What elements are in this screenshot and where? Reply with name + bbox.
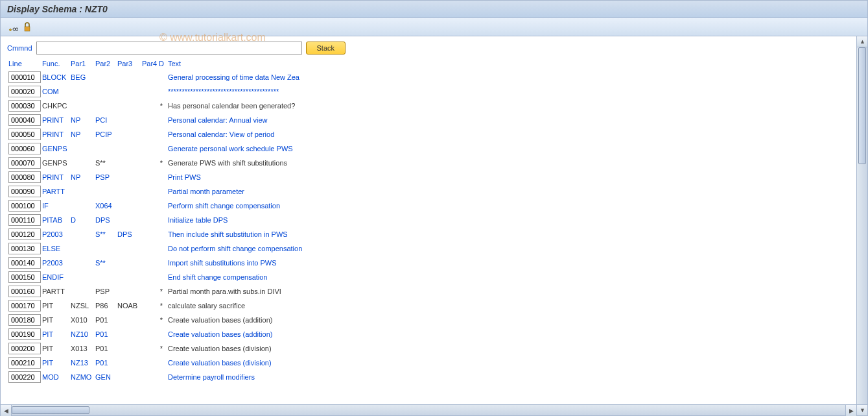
par2-cell: P86 [95,302,117,310]
line-number-input[interactable] [8,271,41,283]
svg-point-1 [16,28,18,31]
line-number-input[interactable] [8,343,41,354]
text-cell: Partial month parameter [167,188,850,195]
line-number-input[interactable] [8,371,41,383]
vertical-scroll-thumb[interactable] [858,47,866,164]
line-number-input[interactable] [8,143,41,154]
func-cell: ENDIF [42,273,71,281]
line-number-input[interactable] [8,186,41,197]
line-number-input[interactable] [8,71,41,83]
schema-row: PRINTNPPCIPersonal calendar: Annual view [7,113,850,127]
par1-cell: D [71,216,95,224]
schema-row: PITABDDPSInitialize table DPS [7,213,850,227]
stack-button[interactable]: Stack [306,42,346,55]
text-cell: Generate PWS with shift substitutions [167,159,850,167]
scroll-down-arrow-icon[interactable]: ▼ [857,404,867,415]
line-number-input[interactable] [8,86,41,97]
schema-row: MODNZMOGENDetermine payroll modifiers [7,370,850,384]
line-number-input[interactable] [8,228,41,240]
par2-cell: DPS [95,216,117,224]
main-content: Cmmnd Stack Line Func. Par1 Par2 Par3 Pa… [1,36,856,415]
vertical-scrollbar[interactable]: ▲ ▼ [856,36,867,415]
func-cell: PARTT [42,188,71,195]
text-cell: Determine payroll modifiers [167,373,850,381]
par1-cell: NZSL [71,302,95,310]
text-cell: Personal calendar: View of period [167,130,850,138]
par1-cell: NZMO [71,373,95,381]
line-number-input[interactable] [8,200,41,212]
line-number-input[interactable] [8,300,41,312]
schema-row: PRINTNPPSPPrint PWS [7,170,850,184]
text-cell: Create valuation bases (addition) [167,330,850,338]
par2-cell: P01 [95,359,117,367]
d-cell: * [156,159,167,167]
func-cell: GENPS [42,145,71,153]
header-d: D [156,60,167,67]
line-number-input[interactable] [8,171,41,183]
line-number-input[interactable] [8,157,41,169]
horizontal-scroll-thumb[interactable] [12,406,89,414]
schema-row: ELSEDo not perform shift change compensa… [7,241,850,256]
func-cell: P2003 [42,259,71,267]
title-bar: Display Schema : NZT0 [1,1,867,18]
text-cell: Partial month para.with subs.in DIVI [167,288,850,295]
par1-cell: NP [71,116,95,124]
line-number-input[interactable] [8,114,41,126]
header-par4: Par4 [142,60,156,67]
column-headers: Line Func. Par1 Par2 Par3 Par4 D Text [7,58,850,69]
text-cell: Do not perform shift change compensation [167,245,850,252]
svg-point-0 [13,28,16,31]
par1-cell: NP [71,173,95,181]
scroll-right-arrow-icon[interactable]: ▶ [845,405,856,416]
header-line: Line [7,60,42,67]
d-cell: * [156,288,167,295]
schema-row: IFX064Perform shift change compensation [7,199,850,213]
line-number-input[interactable] [8,328,41,340]
line-number-input[interactable] [8,128,41,140]
line-number-input[interactable] [8,286,41,297]
line-number-input[interactable] [8,214,41,226]
par2-cell: P01 [95,330,117,338]
text-cell: calculate salary sacrifice [167,302,850,310]
line-number-input[interactable] [8,243,41,254]
text-cell: General processing of time data New Zea [167,73,850,81]
line-number-input[interactable] [8,357,41,369]
par2-cell: S** [95,259,117,267]
toolbar [1,18,867,36]
func-cell: PARTT [42,288,71,295]
par2-cell: PSP [95,288,117,295]
schema-row: ENDIFEnd shift change compensation [7,270,850,284]
func-cell: COM [42,88,71,95]
par3-cell: DPS [117,230,142,238]
schema-row: CHKPC*Has personal calendar been generat… [7,99,850,113]
func-cell: PRINT [42,173,71,181]
scroll-left-arrow-icon[interactable]: ◀ [1,405,12,416]
pencil-glasses-icon[interactable] [7,21,19,33]
func-cell: PITAB [42,216,71,224]
lock-icon[interactable] [21,21,33,33]
par2-cell: P01 [95,345,117,352]
text-cell: Initialize table DPS [167,216,850,224]
schema-row: PITX010P01*Create valuation bases (addit… [7,313,850,327]
line-number-input[interactable] [8,314,41,326]
func-cell: PIT [42,302,71,310]
horizontal-scrollbar[interactable]: ◀ ▶ [1,404,856,415]
func-cell: MOD [42,373,71,381]
line-number-input[interactable] [8,100,41,112]
text-cell: Create valuation bases (division) [167,359,850,367]
schema-row: PRINTNPPCIPPersonal calendar: View of pe… [7,127,850,141]
text-cell: Has personal calendar been generated? [167,102,850,110]
window-title: Display Schema : NZT0 [7,4,108,14]
text-cell: Print PWS [167,173,850,181]
scroll-up-arrow-icon[interactable]: ▲ [857,36,867,47]
cmmnd-input[interactable] [36,42,302,55]
par2-cell: PCIP [95,130,117,138]
line-number-input[interactable] [8,257,41,269]
schema-row: PITNZ13P01Create valuation bases (divisi… [7,356,850,370]
command-row: Cmmnd Stack [7,42,850,55]
func-cell: IF [42,202,71,210]
par2-cell: P01 [95,316,117,324]
schema-row: P2003S**Import shift substitutions into … [7,256,850,270]
header-par2: Par2 [95,60,117,67]
func-cell: P2003 [42,230,71,238]
